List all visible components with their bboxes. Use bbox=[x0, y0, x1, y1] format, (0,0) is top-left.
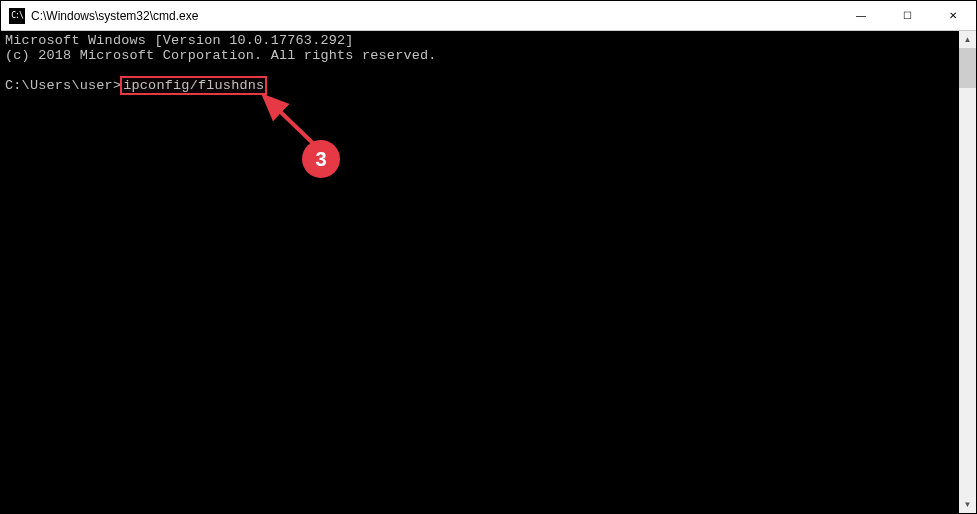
cmd-icon: C:\ bbox=[9, 8, 25, 24]
close-icon: ✕ bbox=[949, 10, 957, 21]
maximize-button[interactable]: ☐ bbox=[884, 1, 930, 30]
window-title: C:\Windows\system32\cmd.exe bbox=[31, 9, 838, 23]
vertical-scrollbar[interactable]: ▲ ▼ bbox=[959, 31, 976, 513]
titlebar[interactable]: C:\ C:\Windows\system32\cmd.exe — ☐ ✕ bbox=[1, 1, 976, 31]
maximize-icon: ☐ bbox=[903, 10, 912, 21]
window-controls: — ☐ ✕ bbox=[838, 1, 976, 30]
scroll-track[interactable] bbox=[959, 48, 976, 496]
scroll-up-button[interactable]: ▲ bbox=[959, 31, 976, 48]
close-button[interactable]: ✕ bbox=[930, 1, 976, 30]
os-version-line: Microsoft Windows [Version 10.0.17763.29… bbox=[5, 33, 354, 48]
console-output[interactable]: Microsoft Windows [Version 10.0.17763.29… bbox=[1, 31, 959, 513]
copyright-line: (c) 2018 Microsoft Corporation. All righ… bbox=[5, 48, 437, 63]
minimize-icon: — bbox=[856, 10, 866, 21]
minimize-button[interactable]: — bbox=[838, 1, 884, 30]
typed-command: ipconfig/flushdns bbox=[120, 76, 267, 95]
console-area: Microsoft Windows [Version 10.0.17763.29… bbox=[1, 31, 976, 513]
cmd-window: C:\ C:\Windows\system32\cmd.exe — ☐ ✕ Mi… bbox=[0, 0, 977, 514]
scroll-thumb[interactable] bbox=[959, 48, 976, 88]
prompt: C:\Users\user> bbox=[5, 78, 121, 93]
scroll-down-button[interactable]: ▼ bbox=[959, 496, 976, 513]
